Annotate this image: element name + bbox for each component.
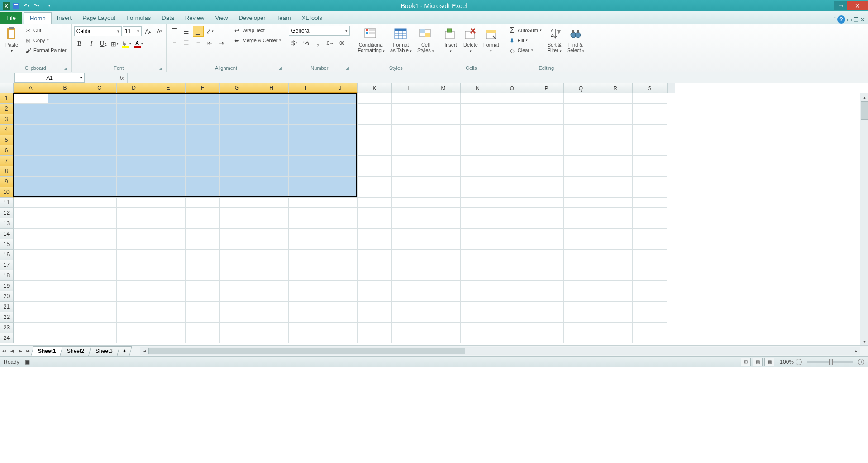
cell-O1[interactable] (495, 93, 529, 104)
delete-cells-button[interactable]: Delete▾ (462, 26, 480, 55)
cell-F21[interactable] (186, 302, 220, 312)
cell-D22[interactable] (117, 312, 151, 323)
cell-L19[interactable] (392, 281, 426, 291)
cell-M15[interactable] (426, 239, 461, 250)
cell-R1[interactable] (598, 93, 633, 104)
cell-J17[interactable] (323, 260, 358, 270)
bold-button[interactable]: B (74, 39, 85, 49)
cell-C8[interactable] (82, 166, 117, 177)
increase-indent-icon[interactable]: ⇥ (216, 38, 227, 48)
cell-B4[interactable] (48, 125, 82, 135)
cell-H4[interactable] (254, 125, 289, 135)
cell-I12[interactable] (289, 208, 323, 218)
cell-H14[interactable] (254, 229, 289, 239)
vertical-scrollbar[interactable]: ▴ ▾ (860, 93, 868, 345)
cell-H7[interactable] (254, 156, 289, 166)
cell-L9[interactable] (392, 177, 426, 187)
cell-H17[interactable] (254, 260, 289, 270)
cell-R18[interactable] (598, 270, 633, 281)
cell-Q17[interactable] (564, 260, 598, 270)
cell-I4[interactable] (289, 125, 323, 135)
cell-S12[interactable] (633, 208, 667, 218)
scroll-right-icon[interactable]: ▸ (852, 347, 860, 355)
cell-B8[interactable] (48, 166, 82, 177)
cell-H13[interactable] (254, 218, 289, 229)
cell-A4[interactable] (14, 125, 48, 135)
autosum-button[interactable]: ΣAutoSum ▾ (507, 26, 544, 35)
dialog-launcher-icon[interactable]: ◢ (346, 66, 349, 70)
dialog-launcher-icon[interactable]: ◢ (64, 66, 67, 70)
cell-H12[interactable] (254, 208, 289, 218)
cell-R4[interactable] (598, 125, 633, 135)
cell-P24[interactable] (529, 333, 564, 343)
save-icon[interactable] (12, 1, 21, 10)
cell-J13[interactable] (323, 218, 358, 229)
cell-F13[interactable] (186, 218, 220, 229)
cell-C11[interactable] (82, 198, 117, 208)
cell-M19[interactable] (426, 281, 461, 291)
cell-L4[interactable] (392, 125, 426, 135)
cell-F4[interactable] (186, 125, 220, 135)
cell-K16[interactable] (358, 250, 392, 260)
file-tab[interactable]: File (0, 12, 22, 24)
cell-B12[interactable] (48, 208, 82, 218)
cell-A12[interactable] (14, 208, 48, 218)
cell-G10[interactable] (220, 187, 254, 198)
cell-D3[interactable] (117, 114, 151, 125)
cell-K4[interactable] (358, 125, 392, 135)
cell-D2[interactable] (117, 104, 151, 114)
cell-J21[interactable] (323, 302, 358, 312)
clear-button[interactable]: ◇Clear ▾ (507, 46, 544, 55)
cell-J4[interactable] (323, 125, 358, 135)
cell-F16[interactable] (186, 250, 220, 260)
cell-B3[interactable] (48, 114, 82, 125)
cell-H1[interactable] (254, 93, 289, 104)
cell-P15[interactable] (529, 239, 564, 250)
cell-F19[interactable] (186, 281, 220, 291)
cell-A17[interactable] (14, 260, 48, 270)
fx-icon[interactable]: fx (116, 73, 127, 83)
sheet1-tab[interactable]: Sheet1 (31, 346, 63, 356)
cell-R14[interactable] (598, 229, 633, 239)
cell-A10[interactable] (14, 187, 48, 198)
cell-O22[interactable] (495, 312, 529, 323)
cell-O3[interactable] (495, 114, 529, 125)
cell-M5[interactable] (426, 135, 461, 145)
window-close-icon[interactable]: ✕ (860, 16, 865, 23)
cell-G1[interactable] (220, 93, 254, 104)
cell-J3[interactable] (323, 114, 358, 125)
paste-button[interactable]: Paste▾ (3, 26, 21, 55)
cell-Q3[interactable] (564, 114, 598, 125)
cell-J22[interactable] (323, 312, 358, 323)
cell-G17[interactable] (220, 260, 254, 270)
cell-C4[interactable] (82, 125, 117, 135)
decrease-decimal-icon[interactable]: .00 (336, 38, 347, 48)
format-as-table-button[interactable]: Format as Table ▾ (388, 26, 414, 55)
cell-F23[interactable] (186, 323, 220, 333)
cell-O2[interactable] (495, 104, 529, 114)
cell-P5[interactable] (529, 135, 564, 145)
cell-I20[interactable] (289, 291, 323, 302)
cell-I7[interactable] (289, 156, 323, 166)
cell-M3[interactable] (426, 114, 461, 125)
cell-S2[interactable] (633, 104, 667, 114)
cell-H21[interactable] (254, 302, 289, 312)
cell-N22[interactable] (461, 312, 495, 323)
cell-F6[interactable] (186, 145, 220, 156)
cell-D7[interactable] (117, 156, 151, 166)
cell-Q23[interactable] (564, 323, 598, 333)
cell-M16[interactable] (426, 250, 461, 260)
cell-I10[interactable] (289, 187, 323, 198)
cell-A2[interactable] (14, 104, 48, 114)
cell-I19[interactable] (289, 281, 323, 291)
cell-N7[interactable] (461, 156, 495, 166)
cells-area[interactable] (14, 93, 667, 345)
cell-H22[interactable] (254, 312, 289, 323)
cell-R10[interactable] (598, 187, 633, 198)
cell-I9[interactable] (289, 177, 323, 187)
cell-P19[interactable] (529, 281, 564, 291)
currency-icon[interactable]: $▾ (289, 38, 300, 48)
cell-N10[interactable] (461, 187, 495, 198)
font-color-button[interactable]: A▾ (133, 39, 144, 49)
cell-N13[interactable] (461, 218, 495, 229)
